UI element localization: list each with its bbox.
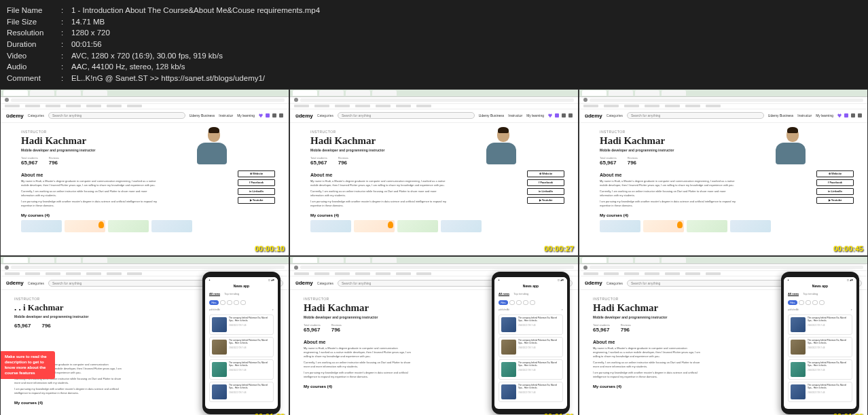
app-title: News app (205, 282, 278, 290)
timestamp: 00:01:03 (255, 412, 285, 415)
udemy-logo[interactable]: ûdemy (6, 113, 24, 119)
about-heading: About me (21, 173, 268, 177)
course-card[interactable] (65, 220, 105, 232)
stats-row: Total students65,967 Reviews796 (21, 156, 268, 166)
timestamp: 00:01:39 (833, 412, 863, 415)
address-bar[interactable] (579, 97, 867, 104)
wishlist-icon[interactable] (259, 113, 263, 118)
fire-icon (98, 221, 104, 228)
facebook-button[interactable]: f Facebook (527, 179, 564, 186)
avatar-icon[interactable] (279, 113, 283, 118)
phone-tabs: All newsTop trending (205, 290, 278, 298)
instructor-link[interactable]: Instructor (508, 113, 522, 118)
news-card[interactable]: The company behind Pokemon Go, Marvel Sp… (209, 359, 274, 380)
my-courses-heading: My courses (4) (21, 213, 268, 217)
tab-top-trending[interactable]: Top trending (224, 292, 239, 296)
instructor-avatar (776, 128, 810, 166)
udemy-business-link[interactable]: Udemy Business (189, 113, 215, 118)
phone-mockup: ▲▢ ◢ ▮ News app All newsTop trending Fil… (492, 272, 570, 414)
callout-box: Make sure to read the description to get… (1, 351, 55, 379)
bookmarks-bar[interactable] (1, 104, 289, 109)
meta-video: Video:AVC, 1280 x 720 (16:9), 30.00 fps,… (7, 50, 861, 62)
notification-icon[interactable] (562, 113, 566, 118)
instructor-name: Hadi Kachmar (310, 135, 558, 147)
file-metadata: File Name:1 - Introduction About The Cou… (0, 0, 868, 89)
timestamp: 00:01:21 (544, 412, 574, 415)
phone-status-bar: ▲▢ ◢ ▮ (205, 277, 278, 282)
udemy-header: ûdemy Categories Search for anything Ude… (290, 109, 578, 123)
total-students-label: Total students (21, 156, 38, 160)
instructor-label: INSTRUCTOR (310, 130, 558, 134)
search-input[interactable]: Search for anything (627, 112, 764, 119)
avatar-icon[interactable] (568, 113, 573, 118)
news-card[interactable]: The company behind Pokemon Go, Marvel Sp… (209, 382, 274, 402)
facebook-button[interactable]: f Facebook (238, 179, 275, 186)
course-card[interactable] (21, 220, 62, 232)
meta-comment: Comment:EL..K!nG @ Sanet.ST >> https://s… (7, 73, 861, 84)
linkedin-button[interactable]: in LinkedIn (527, 188, 564, 195)
reviews-value: 796 (49, 160, 59, 166)
tab-all-news[interactable]: All news (209, 292, 220, 296)
udemy-business-link[interactable]: Udemy Business (479, 113, 505, 118)
news-card[interactable]: The company behind Pokemon Go, Marvel Sp… (209, 314, 274, 335)
meta-duration: Duration:00:01:56 (7, 39, 861, 50)
search-input[interactable]: Search for anything (48, 112, 185, 119)
phone-mockup: ▲▢ ◢ ▮ News app All newsTop trending Fil… (781, 272, 859, 414)
total-students-value: 65,967 (21, 160, 38, 166)
udemy-header: ûdemy Categories Search for anything Ude… (1, 109, 289, 123)
courses-row (21, 220, 268, 232)
browser-tabs[interactable] (1, 90, 289, 97)
website-button[interactable]: ⊕ Website (238, 170, 275, 177)
thumbnail-5: ûdemy Categories Search for anything INS… (289, 256, 579, 415)
categories-link[interactable]: Categories (28, 113, 44, 118)
instructor-avatar (197, 128, 231, 166)
notification-icon[interactable] (272, 113, 276, 118)
thumbnail-6: ûdemy Categories Search for anything INS… (579, 256, 868, 415)
cart-icon[interactable] (266, 113, 270, 118)
timestamp: 00:00:45 (833, 245, 863, 253)
thumbnail-3: ûdemy Categories Search for anything Ude… (579, 89, 868, 257)
address-bar[interactable] (1, 97, 289, 104)
meta-resolution: Resolution:1280 x 720 (7, 27, 861, 39)
timestamp: 00:00:27 (544, 245, 574, 253)
meta-filesize: File Size:14.71 MB (7, 16, 861, 28)
cart-icon[interactable] (555, 113, 559, 118)
instructor-label: INSTRUCTOR (21, 130, 268, 134)
thumbnail-4: ûdemy Categories Search for anything INS… (0, 256, 289, 415)
reviews-label: Reviews (49, 156, 59, 160)
my-learning-link[interactable]: My learning (237, 113, 255, 118)
about-p1: My name is Hadi, a Master's degree gradu… (21, 179, 157, 187)
chip-films[interactable]: Films (209, 300, 219, 305)
phone-mockup: ▲▢ ◢ ▮ News app All newsTop trending Fil… (202, 272, 281, 414)
youtube-button[interactable]: ▶ Youtube (238, 197, 275, 204)
about-p3: I am pursuing my knowledge with another … (21, 200, 157, 208)
website-button[interactable]: ⊕ Website (527, 170, 564, 177)
about-p2: Currently, I am working as an online ins… (21, 190, 157, 198)
thumbnail-grid: ûdemy Categories Search for anything Ude… (0, 89, 868, 415)
thumbnail-1: ûdemy Categories Search for anything Ude… (0, 89, 289, 257)
instructor-subtitle: Mobile developer and programming instruc… (310, 148, 558, 152)
course-card[interactable] (151, 220, 192, 232)
bookmarks-bar[interactable] (290, 104, 578, 109)
browser-tabs[interactable] (290, 90, 578, 97)
meta-filename: File Name:1 - Introduction About The Cou… (7, 5, 861, 16)
browser-tabs[interactable] (579, 90, 867, 97)
search-input[interactable]: Search for anything (338, 112, 475, 119)
bookmarks-bar[interactable] (579, 104, 867, 109)
linkedin-button[interactable]: in LinkedIn (238, 188, 275, 195)
youtube-button[interactable]: ▶ Youtube (527, 197, 564, 204)
social-links: ⊕ Website f Facebook in LinkedIn ▶ Youtu… (238, 170, 275, 204)
page-content: INSTRUCTOR Hadi Kachmar Mobile developer… (290, 123, 578, 256)
page-content: INSTRUCTOR Hadi Kachmar Mobile developer… (1, 123, 289, 256)
course-card[interactable] (108, 220, 149, 232)
address-bar[interactable] (290, 97, 578, 104)
news-card[interactable]: The company behind Pokemon Go, Marvel Sp… (209, 337, 274, 357)
timestamp: 00:00:10 (255, 245, 285, 253)
instructor-avatar (486, 128, 520, 166)
udemy-logo[interactable]: ûdemy (295, 113, 313, 119)
udemy-header: ûdemy Categories Search for anything Ude… (579, 109, 867, 123)
wishlist-icon[interactable] (548, 113, 552, 118)
instructor-link[interactable]: Instructor (219, 113, 233, 118)
my-learning-link[interactable]: My learning (526, 113, 544, 118)
categories-link[interactable]: Categories (317, 113, 333, 118)
